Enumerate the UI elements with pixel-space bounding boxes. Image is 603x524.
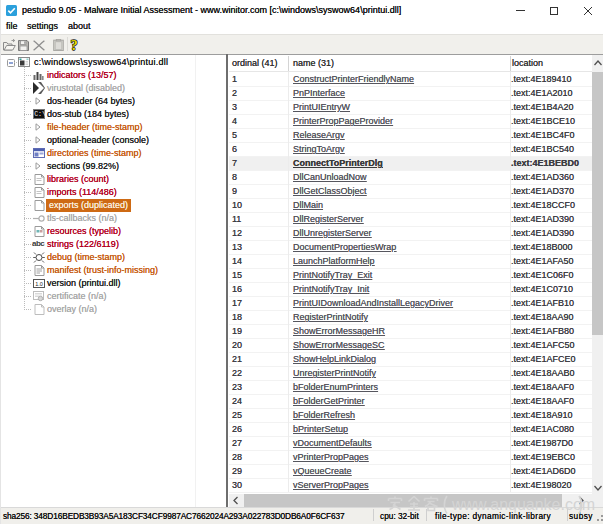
svg-text:C:\: C:\ <box>34 111 45 118</box>
svg-text:1.0: 1.0 <box>35 280 43 286</box>
svg-text:?: ? <box>70 38 77 52</box>
svg-text:www.anquanke.com: www.anquanke.com <box>451 496 595 513</box>
